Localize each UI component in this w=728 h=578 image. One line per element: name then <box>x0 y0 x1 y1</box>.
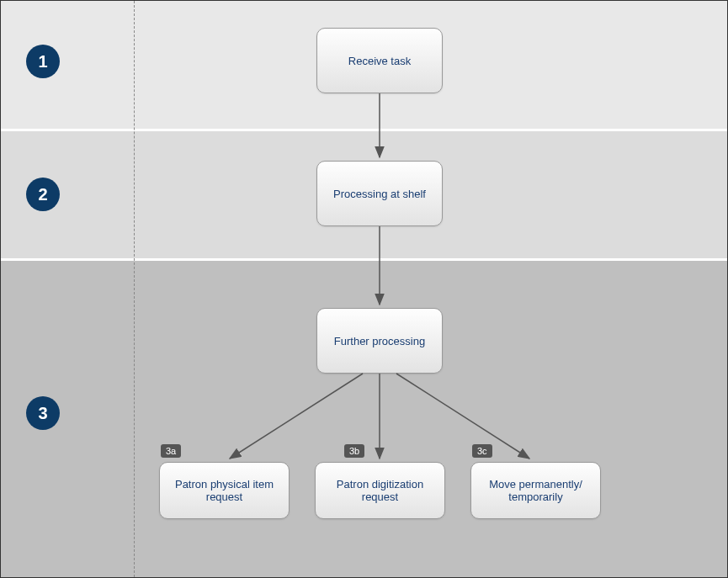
lane-3 <box>1 259 727 578</box>
node-patron-physical: Patron physical item request <box>159 462 290 519</box>
node-receive-task: Receive task <box>316 28 443 93</box>
sub-badge-3c: 3c <box>472 444 492 458</box>
node-patron-digitization: Patron digitization request <box>315 462 445 519</box>
node-processing-shelf: Processing at shelf <box>316 161 443 226</box>
sub-badge-3b: 3b <box>344 444 364 458</box>
node-further-processing: Further processing <box>316 308 443 374</box>
step-badge-1: 1 <box>26 45 60 78</box>
vertical-divider <box>134 1 135 577</box>
step-badge-3: 3 <box>26 396 60 430</box>
step-badge-2: 2 <box>26 178 60 211</box>
sub-badge-3a: 3a <box>161 444 181 458</box>
node-move: Move permanently/ temporarily <box>470 462 601 519</box>
